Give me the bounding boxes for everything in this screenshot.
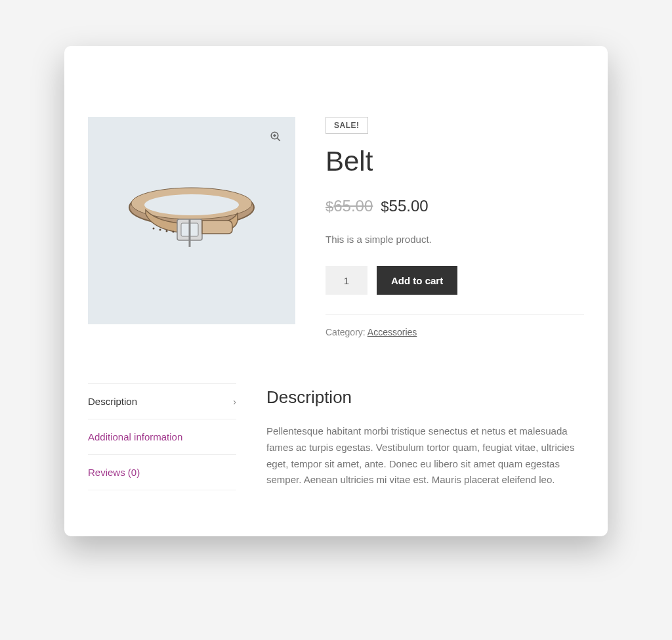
- svg-point-13: [173, 231, 175, 233]
- svg-point-12: [166, 230, 168, 232]
- new-price: $55.00: [381, 197, 428, 215]
- product-title: Belt: [326, 146, 584, 177]
- short-description: This is a simple product.: [326, 234, 584, 245]
- product-gallery: [88, 117, 295, 337]
- tab-label: Description: [88, 396, 137, 407]
- tab-additional-information[interactable]: Additional information: [88, 419, 236, 455]
- product-tabs: Description › Additional information Rev…: [88, 383, 584, 490]
- product-summary-row: SALE! Belt $65.00 $55.00 This is a simpl…: [88, 117, 584, 337]
- chevron-right-icon: ›: [233, 396, 236, 407]
- sale-badge: SALE!: [326, 117, 368, 134]
- tab-label: Reviews (0): [88, 467, 140, 478]
- panel-title: Description: [266, 387, 584, 408]
- old-price: $65.00: [326, 197, 373, 215]
- tab-label: Additional information: [88, 431, 182, 442]
- svg-point-10: [153, 228, 155, 230]
- category-label: Category:: [326, 327, 368, 337]
- svg-point-11: [159, 229, 161, 231]
- add-to-cart-button[interactable]: Add to cart: [377, 266, 457, 295]
- svg-line-1: [278, 139, 280, 141]
- zoom-icon[interactable]: [269, 130, 282, 143]
- category-link[interactable]: Accessories: [368, 327, 417, 337]
- panel-body: Pellentesque habitant morbi tristique se…: [266, 423, 584, 488]
- tab-description[interactable]: Description ›: [88, 384, 236, 419]
- tab-reviews[interactable]: Reviews (0): [88, 455, 236, 490]
- tab-panel-description: Description Pellentesque habitant morbi …: [266, 383, 584, 490]
- product-meta: Category: Accessories: [326, 327, 584, 337]
- product-image[interactable]: [88, 117, 295, 324]
- product-summary: SALE! Belt $65.00 $55.00 This is a simpl…: [326, 117, 584, 337]
- product-price: $65.00 $55.00: [326, 197, 584, 215]
- svg-point-6: [144, 194, 239, 215]
- quantity-input[interactable]: [326, 266, 368, 295]
- add-to-cart-form: Add to cart: [326, 266, 584, 295]
- divider: [326, 314, 584, 315]
- tabs-nav: Description › Additional information Rev…: [88, 383, 236, 490]
- product-page: SALE! Belt $65.00 $55.00 This is a simpl…: [64, 46, 608, 536]
- belt-illustration: [119, 181, 264, 260]
